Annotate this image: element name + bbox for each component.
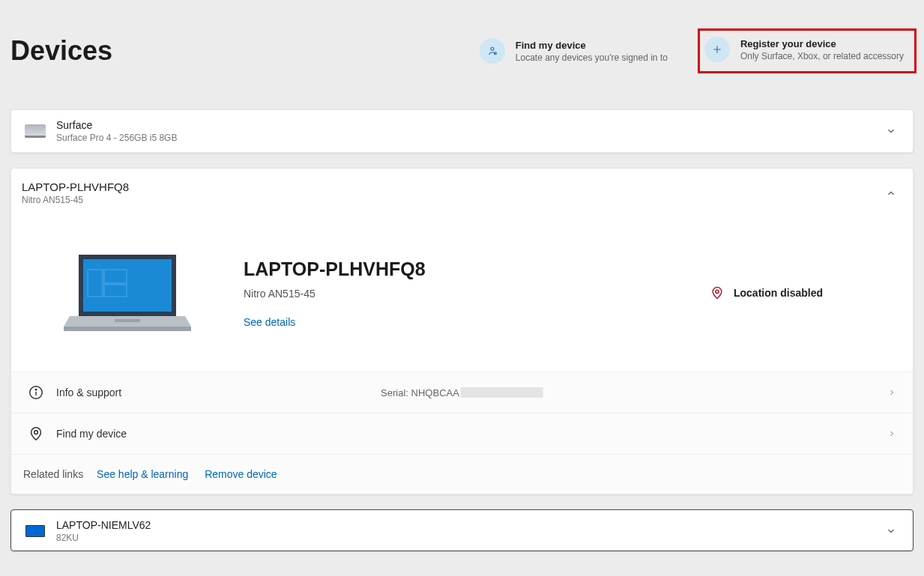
info-icon bbox=[23, 384, 49, 401]
register-title: Register your device bbox=[740, 38, 904, 49]
find-my-device-action[interactable]: Find my device Locate any devices you're… bbox=[480, 38, 668, 64]
svg-rect-9 bbox=[115, 319, 140, 322]
laptop-thumb-icon bbox=[25, 524, 46, 539]
person-location-icon bbox=[480, 38, 505, 64]
chevron-down-icon bbox=[886, 526, 896, 536]
svg-point-10 bbox=[716, 290, 719, 293]
find-title: Find my device bbox=[516, 40, 668, 51]
info-support-row[interactable]: Info & support Serial: NHQBCAA bbox=[11, 372, 913, 413]
find-label: Find my device bbox=[56, 428, 127, 440]
plus-icon bbox=[704, 37, 730, 62]
svg-point-13 bbox=[34, 431, 38, 434]
device-row-niemlv62[interactable]: LAPTOP-NIEMLV62 82KU bbox=[11, 510, 913, 551]
remove-device-link[interactable]: Remove device bbox=[205, 468, 277, 480]
info-label: Info & support bbox=[56, 386, 121, 398]
chevron-right-icon bbox=[887, 429, 896, 438]
location-icon bbox=[23, 425, 49, 442]
register-device-action[interactable]: Register your device Only Surface, Xbox,… bbox=[704, 37, 904, 62]
svg-rect-3 bbox=[83, 259, 172, 312]
location-pin-icon bbox=[710, 285, 725, 300]
serial-display: Serial: NHQBCAA bbox=[381, 387, 543, 398]
register-subtitle: Only Surface, Xbox, or related accessory bbox=[740, 51, 904, 61]
find-my-device-row[interactable]: Find my device bbox=[11, 413, 913, 454]
device-name: LAPTOP-PLHVHFQ8 bbox=[22, 181, 129, 193]
chevron-down-icon bbox=[886, 126, 896, 136]
svg-point-0 bbox=[491, 47, 494, 50]
see-details-link[interactable]: See details bbox=[244, 316, 710, 328]
device-title: LAPTOP-PLHVHFQ8 bbox=[244, 258, 710, 280]
svg-point-12 bbox=[35, 389, 36, 390]
laptop-illustration-icon bbox=[64, 252, 191, 334]
chevron-up-icon bbox=[886, 188, 896, 198]
device-model: Nitro AN515-45 bbox=[22, 195, 129, 205]
device-row-surface[interactable]: Surface Surface Pro 4 - 256GB i5 8GB bbox=[11, 110, 913, 152]
help-learning-link[interactable]: See help & learning bbox=[97, 468, 188, 480]
device-model: 82KU bbox=[56, 533, 151, 543]
chevron-right-icon bbox=[887, 388, 896, 397]
location-status: Location disabled bbox=[734, 287, 823, 299]
surface-thumb-icon bbox=[25, 124, 46, 139]
device-name: LAPTOP-NIEMLV62 bbox=[56, 519, 151, 531]
device-details: Surface Pro 4 - 256GB i5 8GB bbox=[56, 133, 177, 143]
find-subtitle: Locate any devices you're signed in to bbox=[516, 52, 668, 63]
device-row-expanded-header[interactable]: LAPTOP-PLHVHFQ8 Nitro AN515-45 bbox=[11, 169, 913, 214]
register-highlight: Register your device Only Surface, Xbox,… bbox=[698, 28, 917, 73]
page-title: Devices bbox=[10, 35, 112, 67]
device-model-large: Nitro AN515-45 bbox=[244, 288, 710, 300]
svg-rect-8 bbox=[64, 327, 191, 331]
device-name: Surface bbox=[56, 119, 177, 131]
related-links-label: Related links bbox=[23, 468, 83, 480]
